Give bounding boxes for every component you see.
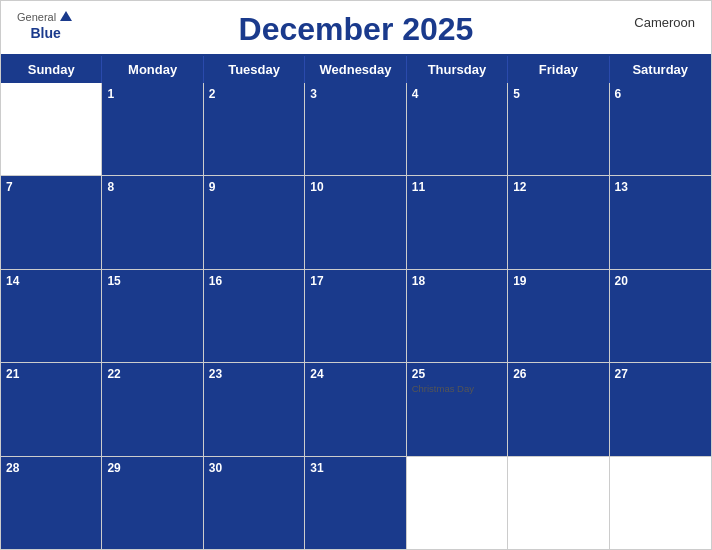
logo-blue-text: Blue bbox=[30, 25, 60, 41]
day-header-wednesday: Wednesday bbox=[305, 56, 406, 83]
day-cell: 26 bbox=[508, 363, 609, 455]
logo-general-text: General bbox=[17, 11, 56, 23]
day-number: 19 bbox=[513, 274, 603, 288]
day-number: 27 bbox=[615, 367, 706, 381]
day-number: 7 bbox=[6, 180, 96, 194]
day-cell: 30 bbox=[204, 457, 305, 549]
week-row-3: 14151617181920 bbox=[1, 270, 711, 363]
day-cell: 28 bbox=[1, 457, 102, 549]
day-cell: 13 bbox=[610, 176, 711, 268]
day-cell: 23 bbox=[204, 363, 305, 455]
day-cell: 3 bbox=[305, 83, 406, 175]
day-cell: 4 bbox=[407, 83, 508, 175]
day-cell: 1 bbox=[102, 83, 203, 175]
day-number: 24 bbox=[310, 367, 400, 381]
day-number: 4 bbox=[412, 87, 502, 101]
day-number: 22 bbox=[107, 367, 197, 381]
day-number: 17 bbox=[310, 274, 400, 288]
country-label: Cameroon bbox=[634, 15, 695, 30]
logo-area: General Blue bbox=[17, 9, 74, 41]
day-number: 2 bbox=[209, 87, 299, 101]
day-cell: 25Christmas Day bbox=[407, 363, 508, 455]
day-header-thursday: Thursday bbox=[407, 56, 508, 83]
holiday-label: Christmas Day bbox=[412, 383, 502, 394]
day-cell: 10 bbox=[305, 176, 406, 268]
day-cell: 14 bbox=[1, 270, 102, 362]
day-number: 18 bbox=[412, 274, 502, 288]
week-row-5: 28293031 bbox=[1, 457, 711, 549]
day-number: 10 bbox=[310, 180, 400, 194]
day-number: 26 bbox=[513, 367, 603, 381]
week-row-2: 78910111213 bbox=[1, 176, 711, 269]
day-number: 14 bbox=[6, 274, 96, 288]
day-cell: 2 bbox=[204, 83, 305, 175]
day-cell: 27 bbox=[610, 363, 711, 455]
day-number: 12 bbox=[513, 180, 603, 194]
week-row-1: 123456 bbox=[1, 83, 711, 176]
day-cell bbox=[1, 83, 102, 175]
day-number: 29 bbox=[107, 461, 197, 475]
day-cell: 12 bbox=[508, 176, 609, 268]
day-number: 3 bbox=[310, 87, 400, 101]
day-cell: 24 bbox=[305, 363, 406, 455]
calendar-header: General Blue December 2025 Cameroon bbox=[1, 1, 711, 54]
day-cell: 16 bbox=[204, 270, 305, 362]
day-cell: 29 bbox=[102, 457, 203, 549]
day-number: 21 bbox=[6, 367, 96, 381]
day-cell: 21 bbox=[1, 363, 102, 455]
day-number: 13 bbox=[615, 180, 706, 194]
day-cell bbox=[407, 457, 508, 549]
svg-marker-0 bbox=[60, 11, 72, 21]
day-number: 23 bbox=[209, 367, 299, 381]
day-cell: 20 bbox=[610, 270, 711, 362]
day-number: 20 bbox=[615, 274, 706, 288]
day-number: 31 bbox=[310, 461, 400, 475]
day-cell: 22 bbox=[102, 363, 203, 455]
day-number: 15 bbox=[107, 274, 197, 288]
day-number: 5 bbox=[513, 87, 603, 101]
day-cell: 8 bbox=[102, 176, 203, 268]
day-header-saturday: Saturday bbox=[610, 56, 711, 83]
day-cell bbox=[610, 457, 711, 549]
calendar-wrapper: General Blue December 2025 Cameroon Sund… bbox=[0, 0, 712, 550]
day-cell bbox=[508, 457, 609, 549]
day-cell: 15 bbox=[102, 270, 203, 362]
day-number: 11 bbox=[412, 180, 502, 194]
day-cell: 6 bbox=[610, 83, 711, 175]
day-cell: 11 bbox=[407, 176, 508, 268]
day-cell: 19 bbox=[508, 270, 609, 362]
day-number: 8 bbox=[107, 180, 197, 194]
week-row-4: 2122232425Christmas Day2627 bbox=[1, 363, 711, 456]
day-cell: 17 bbox=[305, 270, 406, 362]
day-cell: 9 bbox=[204, 176, 305, 268]
month-title: December 2025 bbox=[239, 11, 474, 48]
day-header-monday: Monday bbox=[102, 56, 203, 83]
day-number: 16 bbox=[209, 274, 299, 288]
logo-icon bbox=[58, 9, 74, 25]
day-number: 1 bbox=[107, 87, 197, 101]
day-cell: 31 bbox=[305, 457, 406, 549]
day-number: 28 bbox=[6, 461, 96, 475]
day-header-friday: Friday bbox=[508, 56, 609, 83]
day-cell: 7 bbox=[1, 176, 102, 268]
day-number: 30 bbox=[209, 461, 299, 475]
calendar-grid: Sunday Monday Tuesday Wednesday Thursday… bbox=[1, 54, 711, 549]
day-cell: 5 bbox=[508, 83, 609, 175]
day-number: 6 bbox=[615, 87, 706, 101]
day-number: 25 bbox=[412, 367, 502, 381]
day-headers-row: Sunday Monday Tuesday Wednesday Thursday… bbox=[1, 56, 711, 83]
day-header-sunday: Sunday bbox=[1, 56, 102, 83]
weeks-container: 1234567891011121314151617181920212223242… bbox=[1, 83, 711, 549]
day-number: 9 bbox=[209, 180, 299, 194]
day-header-tuesday: Tuesday bbox=[204, 56, 305, 83]
day-cell: 18 bbox=[407, 270, 508, 362]
